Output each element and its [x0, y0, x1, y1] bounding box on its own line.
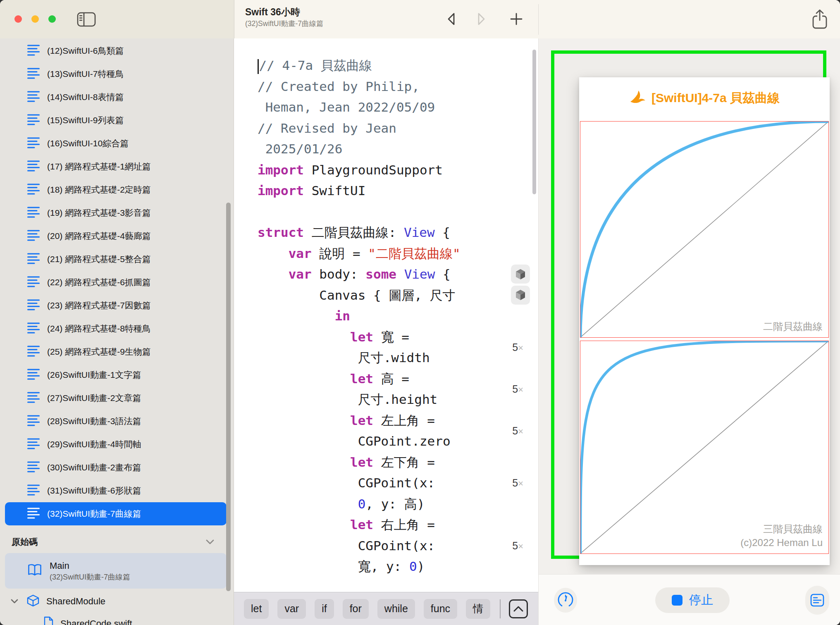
book-icon — [27, 563, 42, 578]
sidebar-item-label: (20) 網路程式基礎-4藝廊篇 — [47, 230, 151, 242]
text-lines-icon — [27, 137, 40, 150]
code-line[interactable]: Heman, Jean 2022/05/09 — [258, 97, 461, 118]
stop-square-icon — [672, 595, 682, 606]
code-line[interactable]: let 左上角 = — [258, 410, 461, 431]
code-line[interactable]: in — [258, 305, 461, 327]
sidebar-item-label: (16)SwiftUI-10綜合篇 — [47, 138, 129, 149]
code-line[interactable]: 尺寸.height — [258, 389, 461, 410]
shortcut-key-for[interactable]: for — [343, 599, 369, 619]
view-3d-cube-button[interactable] — [511, 265, 530, 284]
sidebar-item[interactable]: (25) 網路程式基礎-9生物篇 — [5, 340, 227, 363]
back-button[interactable] — [443, 11, 459, 27]
console-log-button[interactable] — [805, 586, 829, 615]
sidebar-item[interactable]: (19) 網路程式基礎-3影音篇 — [5, 201, 227, 224]
sidebar-item[interactable]: (24) 網路程式基礎-8特種鳥 — [5, 317, 227, 340]
code-line[interactable]: struct 二階貝茲曲線: View { — [258, 222, 461, 243]
shortcut-key-if[interactable]: if — [315, 599, 334, 619]
code-line[interactable]: import PlaygroundSupport — [258, 160, 461, 181]
chart2-label: 三階貝茲曲線 — [740, 522, 823, 536]
sidebar-item-label: (24) 網路程式基礎-8特種鳥 — [47, 323, 151, 334]
sidebar-item[interactable]: (29)SwiftUI動畫-4時間軸 — [5, 433, 227, 456]
sidebar-item-label: (31)SwiftUI動畫-6形狀篇 — [47, 485, 141, 496]
window-zoom-button[interactable] — [48, 15, 56, 23]
sidebar-item[interactable]: (16)SwiftUI-10綜合篇 — [5, 132, 227, 155]
keyboard-shortcut-bar: letvarifforwhilefunc情 — [234, 592, 538, 625]
chart1-label: 二階貝茲曲線 — [763, 320, 823, 333]
sidebar-item[interactable]: (27)SwiftUI動畫-2文章篇 — [5, 386, 227, 410]
sidebar-item[interactable]: (22) 網路程式基礎-6抓圖篇 — [5, 271, 227, 294]
sidebar-item[interactable]: (26)SwiftUI動畫-1文字篇 — [5, 363, 227, 386]
sidebar-page-list: (12)SwiftUI-6鳥類篇 (13)SwiftUI-7特種鳥 (14)Sw… — [5, 39, 227, 525]
run-count-badge[interactable]: 5× — [512, 341, 523, 353]
shortcut-key-let[interactable]: let — [244, 599, 269, 619]
code-line[interactable]: // Revised by Jean — [258, 118, 461, 139]
forward-button[interactable] — [473, 11, 490, 27]
code-line[interactable]: import SwiftUI — [258, 180, 461, 201]
window-close-button[interactable] — [14, 15, 22, 23]
sidebar-item[interactable]: (18) 網路程式基礎-2定時篇 — [5, 178, 227, 201]
sidebar-item-label: (17) 網路程式基礎-1網址篇 — [47, 161, 151, 172]
code-line[interactable]: var 說明 = "二階貝茲曲線" — [258, 243, 461, 264]
sidebar-item[interactable]: (13)SwiftUI-7特種鳥 — [5, 62, 227, 86]
sidebar-item-sharedcode[interactable]: SharedCode.swift — [5, 614, 227, 625]
chevron-down-icon[interactable] — [206, 539, 214, 546]
disclosure-chevron-icon[interactable] — [11, 598, 18, 605]
code-editor[interactable]: // 4-7a 貝茲曲線// Created by Philip, Heman,… — [234, 38, 538, 625]
sidebar-item[interactable]: (12)SwiftUI-6鳥類篇 — [5, 39, 227, 62]
source-section-header[interactable]: 原始碼 — [12, 534, 227, 550]
code-line[interactable]: var body: some View { — [258, 264, 461, 285]
run-count-badge[interactable]: 5× — [512, 425, 523, 437]
shortcut-key-func[interactable]: func — [424, 599, 457, 619]
performance-gauge-button[interactable] — [554, 588, 577, 613]
code-line[interactable]: // 4-7a 貝茲曲線 — [258, 55, 461, 76]
sidebar-item[interactable]: (15)SwiftUI-9列表篇 — [5, 109, 227, 132]
window-title: Swift 36小時 — [245, 7, 324, 18]
sidebar-item[interactable]: (21) 網路程式基礎-5整合篇 — [5, 248, 227, 271]
code-line[interactable]: 0, y: 高) — [258, 494, 461, 515]
collapse-keyboard-button[interactable] — [509, 599, 528, 618]
run-count-badge[interactable]: 5× — [512, 383, 523, 395]
code-text[interactable]: // 4-7a 貝茲曲線// Created by Philip, Heman,… — [258, 55, 461, 577]
code-line[interactable]: CGPoint(x: — [258, 472, 461, 494]
sidebar-scrollbar[interactable] — [226, 203, 231, 591]
share-icon[interactable] — [810, 9, 829, 30]
code-line[interactable]: let 高 = — [258, 368, 461, 389]
sidebar-item-selected[interactable]: (32)SwiftUI動畫-7曲線篇 — [5, 502, 227, 525]
shortcut-key-情[interactable]: 情 — [466, 599, 490, 619]
shortcut-key-while[interactable]: while — [377, 599, 415, 619]
add-page-button[interactable] — [508, 11, 525, 27]
stop-button[interactable]: 停止 — [655, 587, 730, 613]
code-line[interactable]: 尺寸.width — [258, 347, 461, 368]
run-count-badge[interactable]: 5× — [512, 539, 523, 552]
sidebar-item[interactable]: (28)SwiftUI動畫-3語法篇 — [5, 410, 227, 433]
quadratic-bezier-chart: 二階貝茲曲線 — [580, 121, 829, 338]
sidebar-item-label: (15)SwiftUI-9列表篇 — [47, 115, 124, 126]
sidebar-item-label: (13)SwiftUI-7特種鳥 — [47, 68, 124, 80]
code-line[interactable]: let 左下角 = — [258, 452, 461, 473]
code-line[interactable]: let 寬 = — [258, 327, 461, 348]
code-line[interactable]: let 右上角 = — [258, 514, 461, 535]
sidebar-toggle-icon[interactable] — [76, 11, 96, 28]
sidebar-item[interactable]: (14)SwiftUI-8表情篇 — [5, 86, 227, 109]
code-line[interactable] — [258, 201, 461, 222]
sidebar-item[interactable]: (31)SwiftUI動畫-6形狀篇 — [5, 479, 227, 502]
text-lines-icon — [27, 461, 40, 474]
sidebar-item[interactable]: (17) 網路程式基礎-1網址篇 — [5, 155, 227, 178]
code-line[interactable]: CGPoint(x: — [258, 535, 461, 556]
window-minimize-button[interactable] — [31, 15, 39, 23]
code-line[interactable]: Canvas { 圖層, 尺寸 — [258, 285, 461, 306]
shortcut-key-var[interactable]: var — [277, 599, 306, 619]
sidebar-item-label: (23) 網路程式基礎-7因數篇 — [47, 300, 151, 311]
sidebar-item-sharedmodule[interactable]: SharedModule — [5, 592, 227, 611]
code-line[interactable]: 2025/01/26 — [258, 138, 461, 160]
code-line[interactable]: 寬, y: 0) — [258, 556, 461, 577]
run-count-badge[interactable]: 5× — [512, 477, 523, 489]
sidebar-item[interactable]: (20) 網路程式基礎-4藝廊篇 — [5, 224, 227, 248]
code-line[interactable]: CGPoint.zero — [258, 431, 461, 452]
view-3d-cube-button[interactable] — [511, 286, 530, 305]
editor-scrollbar[interactable] — [532, 50, 536, 194]
code-line[interactable]: // Created by Philip, — [258, 76, 461, 97]
sidebar-item[interactable]: (23) 網路程式基礎-7因數篇 — [5, 294, 227, 317]
sidebar-item[interactable]: (30)SwiftUI動畫-2畫布篇 — [5, 456, 227, 479]
sidebar-item-main[interactable]: Main (32)SwiftUI動畫-7曲線篇 — [5, 553, 227, 589]
